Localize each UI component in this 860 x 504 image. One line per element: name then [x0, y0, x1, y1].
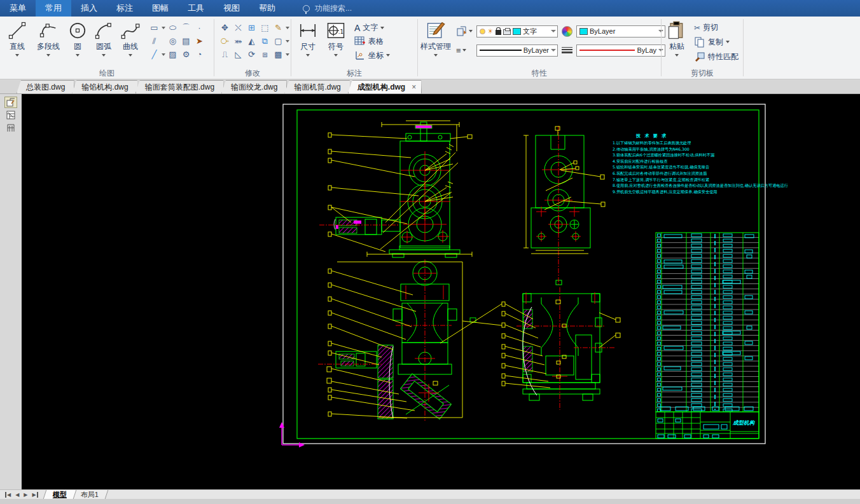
match-properties-button[interactable]: 特性匹配	[692, 50, 740, 63]
color-select[interactable]: ByLayer	[576, 25, 665, 37]
last-sheet-icon[interactable]: ▶	[32, 492, 38, 498]
polyline-button[interactable]: 多段线	[32, 18, 65, 67]
rectangle-icon[interactable]: ▭	[148, 21, 161, 34]
line-button[interactable]: 直线	[3, 18, 32, 67]
draft-settings-icon[interactable]	[4, 97, 17, 108]
ribbon-panel-modify: ✥ ⤬ ⊞ ⬚ ✎ ⧂ ⤘ ◭ ⧉ ▢ ⎍ ◺ ⟳ ⧈ ▩ 修改	[214, 17, 291, 79]
prev-sheet-icon[interactable]: ◀	[15, 492, 19, 498]
layer-convert-button[interactable]	[456, 25, 473, 37]
menu-item-help[interactable]: 帮助	[249, 0, 285, 17]
table-button[interactable]: 表格	[352, 35, 392, 48]
cut-button[interactable]: ✂ 剪切	[692, 22, 740, 34]
cut-icon: ✂	[694, 24, 700, 32]
linetype-list-button[interactable]: ≡	[456, 46, 473, 55]
symbol-button[interactable]: .1 符号	[322, 18, 350, 67]
dimension-button[interactable]: 尺寸	[294, 18, 322, 67]
color-value: ByLayer	[590, 27, 656, 35]
first-sheet-icon[interactable]: ◀	[5, 492, 11, 498]
menu-item-home[interactable]: 常用	[36, 0, 71, 17]
offset-icon[interactable]: ⎍	[218, 48, 232, 61]
sketch-line-icon[interactable]: ╱	[148, 48, 161, 61]
doc-tab[interactable]: 输馅机构.dwg	[72, 80, 137, 93]
function-search[interactable]: 功能搜索...	[303, 0, 352, 17]
svg-text:5.链轮和链条安装时,链条张紧度适当不松脱,确保无噪音: 5.链轮和链条安装时,链条张紧度适当不松脱,确保无噪音	[613, 165, 709, 170]
style-manager-icon	[426, 21, 445, 40]
fill-hatch-icon[interactable]: ▩	[272, 48, 285, 61]
linetype-list-icon: ≡	[456, 46, 461, 55]
menu-item-menu[interactable]: 菜单	[0, 0, 36, 17]
array-icon[interactable]: ⊞	[245, 21, 258, 34]
text-button[interactable]: A 文字	[352, 22, 392, 34]
next-sheet-icon[interactable]: ▶	[24, 492, 27, 498]
linetype-select[interactable]: ByLayer	[476, 44, 558, 57]
coordinate-icon	[354, 50, 366, 61]
doc-tab-active[interactable]: 成型机构.dwg ×	[348, 80, 422, 93]
copy-button[interactable]: 复制	[692, 36, 740, 48]
mirror-icon[interactable]: ◭	[245, 34, 258, 48]
copy-object-icon[interactable]: ⧂	[218, 34, 232, 48]
lineweight-select[interactable]: ByLay	[576, 44, 665, 57]
layer-convert-icon	[456, 25, 468, 37]
doc-tab[interactable]: 输面套筒装配图.dwg	[135, 80, 224, 93]
hatch-icon[interactable]: ▨	[166, 48, 179, 61]
svg-text:.1: .1	[338, 29, 343, 35]
drawing-title: 成型机构	[732, 419, 756, 426]
tab-layout1[interactable]: 布局1	[71, 490, 108, 499]
chevron-down-icon	[551, 30, 556, 32]
move-icon[interactable]: ✥	[218, 21, 232, 34]
extend-icon[interactable]: ⤘	[232, 34, 245, 48]
region-icon[interactable]: ◔	[193, 48, 206, 61]
gear-icon[interactable]: ⚙	[179, 48, 193, 61]
search-placeholder: 功能搜索...	[315, 3, 352, 14]
cad-drawing: 技 术 要 求 1.以下铸钢为材料的零件加工后表面抛光处理 2.传动轴采用平衡轴…	[22, 94, 860, 489]
svg-text:1.以下铸钢为材料的零件加工后表面抛光处理: 1.以下铸钢为材料的零件加工后表面抛光处理	[613, 140, 691, 146]
chevron-down-icon	[551, 49, 556, 51]
menu-item-tools[interactable]: 工具	[178, 0, 214, 17]
doc-tab[interactable]: 输面绞龙.dwg	[221, 80, 287, 93]
coordinate-button[interactable]: 坐标	[352, 49, 392, 62]
document-tab-bar: 总装图.dwg 输馅机构.dwg 输面套筒装配图.dwg 输面绞龙.dwg 输面…	[0, 79, 860, 94]
layer-window-icon[interactable]	[4, 109, 17, 121]
tab-model[interactable]: 模型	[43, 490, 76, 499]
color-wheel-icon[interactable]	[562, 26, 572, 37]
circle-tangent-icon[interactable]: ◎	[166, 34, 179, 48]
point-icon[interactable]: ·	[193, 21, 206, 34]
double-line-icon[interactable]: ⫽	[148, 34, 161, 48]
menu-bar: 菜单 常用 插入 标注 图幅 工具 视图 帮助 功能搜索...	[0, 0, 860, 17]
layer-on-icon	[480, 29, 485, 34]
style-manager-button[interactable]: 样式管理	[420, 18, 451, 67]
block-icon[interactable]: ▤	[179, 34, 193, 48]
erase-icon[interactable]: ✎	[272, 21, 285, 34]
doc-tab[interactable]: 输面机筒.dwg	[284, 80, 350, 93]
menu-item-annotate[interactable]: 标注	[107, 0, 142, 17]
menu-item-view[interactable]: 视图	[214, 0, 249, 17]
rect-empty-icon[interactable]: ▢	[272, 34, 285, 48]
menu-item-sheet[interactable]: 图幅	[142, 0, 178, 17]
annotate-panel-label: 标注	[294, 68, 415, 79]
current-layer-name: 文字	[523, 27, 549, 36]
chamfer-icon[interactable]: ◺	[232, 48, 245, 61]
arc-button[interactable]: 圆弧	[90, 18, 117, 67]
spline-button[interactable]: 曲线	[117, 18, 144, 67]
search-icon	[303, 5, 310, 12]
paste-icon	[667, 21, 686, 40]
leader-arrow-icon[interactable]: ➤	[193, 34, 206, 48]
circle-button[interactable]: 圆	[65, 18, 90, 67]
lineweight-icon[interactable]	[562, 47, 572, 53]
trim-icon[interactable]: ⤬	[232, 21, 245, 34]
layer-select[interactable]: ☀ 文字	[476, 25, 558, 37]
revision-cloud-icon[interactable]: ⌒	[179, 21, 193, 34]
cad-application-window: 菜单 常用 插入 标注 图幅 工具 视图 帮助 功能搜索... 直线 多段线	[0, 0, 860, 504]
doc-tab[interactable]: 总装图.dwg	[17, 80, 74, 93]
paste-button[interactable]: 粘贴	[664, 18, 690, 67]
rotate-icon[interactable]: ⟳	[245, 48, 258, 61]
table-tool-icon[interactable]	[4, 122, 17, 133]
drawing-canvas[interactable]: 技 术 要 求 1.以下铸钢为材料的零件加工后表面抛光处理 2.传动轴采用平衡轴…	[22, 94, 860, 489]
ellipse-icon[interactable]: ⬭	[166, 21, 179, 34]
line-icon	[8, 21, 27, 40]
3d-rotate-icon[interactable]: ⧈	[258, 48, 272, 61]
overlay-icon[interactable]: ⧉	[258, 34, 272, 48]
stretch-icon[interactable]: ⬚	[258, 21, 272, 34]
menu-item-insert[interactable]: 插入	[71, 0, 107, 17]
close-icon[interactable]: ×	[412, 83, 416, 92]
